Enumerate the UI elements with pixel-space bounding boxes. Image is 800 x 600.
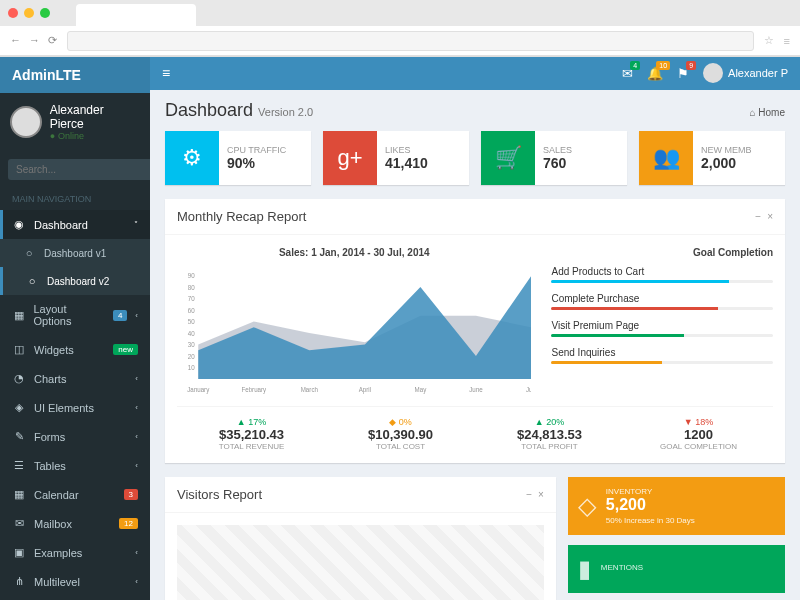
- svg-text:20: 20: [188, 352, 195, 359]
- chevron-icon: ‹: [135, 403, 138, 412]
- svg-text:40: 40: [188, 329, 195, 336]
- svg-text:April: April: [359, 385, 372, 393]
- nav-item-layout-options[interactable]: ▦Layout Options4‹: [0, 295, 150, 335]
- svg-text:February: February: [241, 385, 266, 393]
- nav-badge: 4: [113, 310, 127, 321]
- minimize-icon[interactable]: −: [526, 489, 532, 500]
- nav-item-mailbox[interactable]: ✉Mailbox12: [0, 509, 150, 538]
- footer-stat: ◆ 0%$10,390.90TOTAL COST: [326, 417, 475, 451]
- forward-icon[interactable]: →: [29, 34, 40, 47]
- star-icon[interactable]: ☆: [764, 34, 774, 47]
- flag-icon[interactable]: ⚑9: [677, 66, 689, 81]
- window-min-dot[interactable]: [24, 8, 34, 18]
- widget: ▮MENTIONS: [568, 545, 785, 593]
- goal-item: Add Products to Cart: [551, 266, 773, 283]
- sidebar: AdminLTE Alexander Pierce Online 🔍 MAIN …: [0, 57, 150, 600]
- nav-badge: 3: [124, 489, 138, 500]
- nav-icon: ▣: [12, 546, 26, 559]
- nav-item-ui-elements[interactable]: ◈UI Elements‹: [0, 393, 150, 422]
- footer-stat: ▼ 18%1200GOAL COMPLETION: [624, 417, 773, 451]
- chevron-icon: ‹: [135, 374, 138, 383]
- nav-item-widgets[interactable]: ◫Widgetsnew: [0, 335, 150, 364]
- stat-icon: ⚙: [165, 131, 219, 185]
- user-status: Online: [50, 131, 140, 141]
- close-icon[interactable]: ×: [767, 211, 773, 222]
- nav-item-charts[interactable]: ◔Charts‹: [0, 364, 150, 393]
- box-title: Monthly Recap Report: [177, 209, 306, 224]
- chevron-icon: ‹: [135, 432, 138, 441]
- stat-box: g+LIKES41,410: [323, 131, 469, 185]
- stat-box: 🛒SALES760: [481, 131, 627, 185]
- svg-text:80: 80: [188, 283, 195, 290]
- svg-text:July: July: [526, 385, 532, 393]
- reload-icon[interactable]: ⟳: [48, 34, 57, 47]
- nav-item-dashboard[interactable]: ◉Dashboard˅: [0, 210, 150, 239]
- nav-icon: ▦: [12, 309, 26, 322]
- nav-icon: ✎: [12, 430, 26, 443]
- close-icon[interactable]: ×: [538, 489, 544, 500]
- user-name: Alexander Pierce: [50, 103, 140, 131]
- breadcrumb[interactable]: ⌂ Home: [750, 107, 786, 118]
- nav-item-examples[interactable]: ▣Examples‹: [0, 538, 150, 567]
- sales-chart: 102030405060708090JanuaryFebruaryMarchAp…: [177, 264, 531, 394]
- world-map: [177, 525, 544, 600]
- window-close-dot[interactable]: [8, 8, 18, 18]
- svg-text:March: March: [301, 385, 319, 392]
- goal-item: Complete Purchase: [551, 293, 773, 310]
- nav-item-calendar[interactable]: ▦Calendar3: [0, 480, 150, 509]
- nav-item-dashboard-v2[interactable]: ○Dashboard v2: [0, 267, 150, 295]
- nav-icon: ◫: [12, 343, 26, 356]
- goals-title: Goal Completion: [551, 247, 773, 258]
- bell-icon[interactable]: 🔔10: [647, 66, 663, 81]
- stat-box: ⚙CPU TRAFFIC90%: [165, 131, 311, 185]
- menu-icon[interactable]: ≡: [784, 35, 790, 47]
- stat-icon: g+: [323, 131, 377, 185]
- chevron-icon: ‹: [135, 577, 138, 586]
- svg-text:90: 90: [188, 272, 195, 279]
- nav-item-documentation[interactable]: ▤Documentation: [0, 596, 150, 600]
- svg-text:January: January: [187, 385, 210, 393]
- nav-icon: ◈: [12, 401, 26, 414]
- nav-item-multilevel[interactable]: ⋔Multilevel‹: [0, 567, 150, 596]
- svg-text:70: 70: [188, 295, 195, 302]
- nav-header: MAIN NAVIGATION: [0, 188, 150, 210]
- chevron-icon: ‹: [135, 461, 138, 470]
- goal-item: Send Inquiries: [551, 347, 773, 364]
- logo[interactable]: AdminLTE: [0, 57, 150, 93]
- nav-icon: ◔: [12, 372, 26, 385]
- nav-item-dashboard-v1[interactable]: ○Dashboard v1: [0, 239, 150, 267]
- sidebar-search: 🔍: [0, 151, 150, 188]
- box-title: Visitors Report: [177, 487, 262, 502]
- user-panel: Alexander Pierce Online: [0, 93, 150, 151]
- nav-item-forms[interactable]: ✎Forms‹: [0, 422, 150, 451]
- menu-toggle-icon[interactable]: ≡: [162, 65, 170, 81]
- content-header: DashboardVersion 2.0 ⌂ Home: [150, 90, 800, 131]
- nav-icon: ☰: [12, 459, 26, 472]
- widget-icon: ◇: [578, 492, 596, 520]
- nav-icon: ◉: [12, 218, 26, 231]
- svg-text:60: 60: [188, 306, 195, 313]
- stat-box: 👥NEW MEMB2,000: [639, 131, 785, 185]
- nav-item-tables[interactable]: ☰Tables‹: [0, 451, 150, 480]
- nav-icon: ▦: [12, 488, 26, 501]
- search-input[interactable]: [8, 159, 150, 180]
- chevron-icon: ‹: [135, 311, 138, 320]
- svg-text:10: 10: [188, 364, 195, 371]
- stat-icon: 🛒: [481, 131, 535, 185]
- browser-tab[interactable]: [76, 4, 196, 26]
- stat-icon: 👥: [639, 131, 693, 185]
- nav-badge: new: [113, 344, 138, 355]
- avatar: [703, 63, 723, 83]
- svg-text:50: 50: [188, 318, 195, 325]
- nav-icon: ○: [25, 275, 39, 287]
- minimize-icon[interactable]: −: [755, 211, 761, 222]
- window-max-dot[interactable]: [40, 8, 50, 18]
- topbar-user[interactable]: Alexander P: [703, 63, 788, 83]
- footer-stat: ▲ 17%$35,210.43TOTAL REVENUE: [177, 417, 326, 451]
- browser-chrome: ← → ⟳ ☆ ≡: [0, 0, 800, 57]
- mail-icon[interactable]: ✉4: [622, 66, 633, 81]
- avatar[interactable]: [10, 106, 42, 138]
- url-bar[interactable]: [67, 31, 754, 51]
- back-icon[interactable]: ←: [10, 34, 21, 47]
- svg-text:May: May: [415, 385, 427, 393]
